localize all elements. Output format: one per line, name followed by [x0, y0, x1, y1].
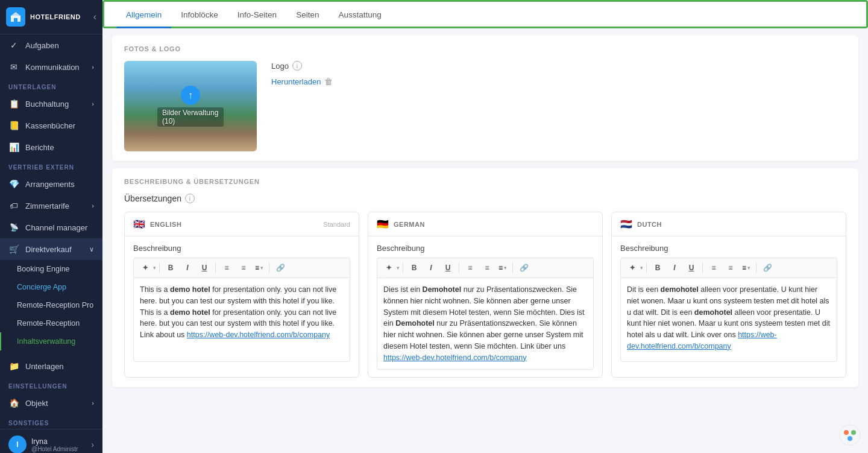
beschreibung-label-de: Beschreibung — [377, 244, 594, 253]
editor-content-en[interactable]: This is a demo hotel for presentation on… — [133, 277, 350, 362]
sidebar-sub-concierge-app[interactable]: Concierge App — [0, 278, 102, 296]
photo-label: Bilder Verwaltung (10) — [157, 107, 224, 127]
sidebar-item-zimmertarife[interactable]: 🏷 Zimmertarife › — [0, 195, 102, 217]
tab-info-seiten[interactable]: Info-Seiten — [228, 2, 286, 28]
content-area: FOTOS & LOGO ↑ Bilder Verwaltung (10) Lo… — [102, 28, 868, 453]
description-section-title: BESCHREIBUNG & ÜBERSETZUNGEN — [124, 178, 846, 185]
card-body-nl: Beschreibung ✦ ▾ B I U ≡ — [612, 236, 846, 369]
tab-allgemein[interactable]: Allgemein — [116, 2, 171, 28]
flag-en: 🇬🇧 — [133, 218, 145, 230]
toolbar-bold-btn-en[interactable]: B — [163, 261, 178, 275]
lang-info-en: 🇬🇧 ENGLISH — [133, 218, 181, 230]
editor-toolbar-de: ✦ ▾ B I U ≡ ≡ ≡ ▾ — [377, 258, 594, 277]
sidebar-item-kommunikation[interactable]: ✉ Kommunikation › — [0, 56, 102, 78]
sidebar-item-unterlagen[interactable]: 📁 Unterlagen — [0, 355, 102, 377]
translations-label: Übersetzungen — [124, 194, 181, 203]
lang-name-en: ENGLISH — [150, 221, 181, 228]
sidebar-sub-remote-reception[interactable]: Remote-Reception — [0, 314, 102, 332]
lang-info-de: 🇩🇪 GERMAN — [377, 218, 425, 230]
toolbar-link-btn-nl[interactable]: 🔗 — [760, 261, 775, 275]
translations-header: Übersetzungen i — [124, 194, 846, 203]
sidebar-item-kassenbucher[interactable]: 📒 Kassenbücher — [0, 115, 102, 136]
toolbar-bold-btn-de[interactable]: B — [406, 261, 422, 275]
sidebar-item-direktverkauf[interactable]: 🛒 Direktverkauf ∨ — [0, 238, 102, 260]
sidebar-item-channel-manager[interactable]: 📡 Channel manager — [0, 217, 102, 238]
sidebar-item-aufgaben[interactable]: ✓ Aufgaben — [0, 34, 102, 56]
sidebar-collapse-icon[interactable]: ‹ — [93, 11, 96, 22]
editor-content-de[interactable]: Dies ist ein Demohotel nur zu Präsentati… — [377, 277, 594, 370]
chevron-right-icon-3: › — [92, 202, 94, 209]
beschreibung-label-en: Beschreibung — [133, 244, 350, 253]
sidebar-item-berichte[interactable]: 📊 Berichte — [0, 136, 102, 158]
lang-name-de: GERMAN — [394, 221, 425, 228]
toolbar-underline-btn-en[interactable]: U — [197, 261, 212, 275]
toolbar-align-nl[interactable]: ≡ ▾ — [740, 262, 753, 273]
editor-toolbar-nl: ✦ ▾ B I U ≡ ≡ ≡ ▾ — [620, 258, 837, 277]
user-name: Iryna — [31, 437, 91, 446]
toolbar-sep-1-en — [159, 262, 160, 273]
sidebar-sub-inhaltsverwaltung[interactable]: Inhaltsverwaltung — [0, 332, 102, 350]
toolbar-underline-btn-de[interactable]: U — [440, 261, 456, 275]
sidebar-sub-remote-reception-pro[interactable]: Remote-Reception Pro — [0, 296, 102, 314]
svg-point-6 — [848, 436, 852, 441]
photo-preview[interactable]: ↑ Bilder Verwaltung (10) — [124, 61, 257, 151]
unterlagen-section-label: UNTERLAGEN — [0, 78, 102, 93]
toolbar-link-btn-en[interactable]: 🔗 — [272, 261, 288, 275]
card-header-nl: 🇳🇱 DUTCH — [612, 212, 846, 236]
toolbar-list-ol-en[interactable]: ≡ — [236, 261, 251, 275]
chevron-right-icon-2: › — [92, 100, 94, 107]
photo-overlay: ↑ Bilder Verwaltung (10) — [157, 86, 224, 127]
tab-seiten[interactable]: Seiten — [286, 2, 329, 28]
editor-content-nl[interactable]: Dit is een demohotel alleen voor present… — [620, 277, 837, 362]
toolbar-italic-btn-de[interactable]: I — [423, 261, 439, 275]
toolbar-italic-btn-en[interactable]: I — [180, 261, 195, 275]
sidebar-sub-booking-engine[interactable]: Booking Engine — [0, 260, 102, 278]
toolbar-underline-btn-nl[interactable]: U — [684, 261, 699, 275]
translations-info-icon[interactable]: i — [185, 194, 195, 203]
tab-infobloecke[interactable]: Infoblöcke — [171, 2, 228, 28]
toolbar-group-magic-de: ✦ ▾ — [381, 261, 400, 275]
toolbar-sep-3-en — [269, 262, 269, 273]
toolbar-bold-btn-nl[interactable]: B — [650, 261, 665, 275]
toolbar-list-ol-de[interactable]: ≡ — [479, 261, 495, 275]
toolbar-align-de[interactable]: ≡ ▾ — [496, 262, 509, 273]
logo-info-icon[interactable]: i — [292, 61, 302, 71]
sidebar-item-arrangements[interactable]: 💎 Arrangements — [0, 173, 102, 195]
logo-label: Logo — [271, 62, 289, 71]
toolbar-list-ul-en[interactable]: ≡ — [219, 261, 234, 275]
arrangements-icon: 💎 — [8, 179, 19, 189]
svg-point-4 — [844, 430, 849, 435]
kassenbucher-icon: 📒 — [8, 120, 19, 131]
trash-icon[interactable]: 🗑 — [324, 77, 333, 86]
sidebar-item-buchhaltung[interactable]: 📋 Buchhaltung › — [0, 93, 102, 115]
sonstiges-section-label: SONSTIGES — [0, 414, 102, 429]
translation-card-de: 🇩🇪 GERMAN Beschreibung ✦ ▾ B — [368, 212, 603, 378]
svg-point-3 — [840, 425, 860, 445]
tab-ausstattung[interactable]: Ausstattung — [329, 2, 391, 28]
concierge-app-label: Concierge App — [17, 283, 66, 291]
user-info: Iryna @Hotel Administr — [31, 437, 91, 452]
chevron-right-icon: › — [92, 63, 94, 71]
toolbar-italic-btn-nl[interactable]: I — [667, 261, 682, 275]
toolbar-sep-1-de — [403, 262, 403, 273]
sidebar-item-objekt[interactable]: 🏠 Objekt › — [0, 392, 102, 414]
main-content: Allgemein Infoblöcke Info-Seiten Seiten … — [102, 0, 868, 453]
toolbar-list-ul-nl[interactable]: ≡ — [706, 261, 722, 275]
toolbar-link-btn-de[interactable]: 🔗 — [516, 261, 532, 275]
toolbar-sep-3-de — [512, 262, 513, 273]
upload-icon: ↑ — [181, 86, 200, 105]
toolbar-list-ul-de[interactable]: ≡ — [462, 261, 478, 275]
toolbar-sep-2-en — [215, 262, 216, 273]
sidebar: HOTELFRIEND ‹ ✓ Aufgaben ✉ Kommunikation… — [0, 0, 102, 453]
toolbar-magic-btn-nl[interactable]: ✦ — [624, 261, 640, 275]
sidebar-footer: I Iryna @Hotel Administr › — [0, 429, 102, 453]
logo-area: Logo i Herunterladen 🗑 — [271, 61, 846, 86]
berichte-icon: 📊 — [8, 142, 19, 153]
toolbar-list-ol-nl[interactable]: ≡ — [723, 261, 738, 275]
sidebar-forward-icon[interactable]: › — [91, 440, 94, 449]
toolbar-magic-btn-en[interactable]: ✦ — [137, 261, 153, 275]
svg-rect-2 — [14, 18, 17, 22]
toolbar-align-en[interactable]: ≡ ▾ — [253, 262, 266, 273]
toolbar-magic-btn-de[interactable]: ✦ — [381, 261, 397, 275]
download-link[interactable]: Herunterladen 🗑 — [271, 77, 846, 86]
